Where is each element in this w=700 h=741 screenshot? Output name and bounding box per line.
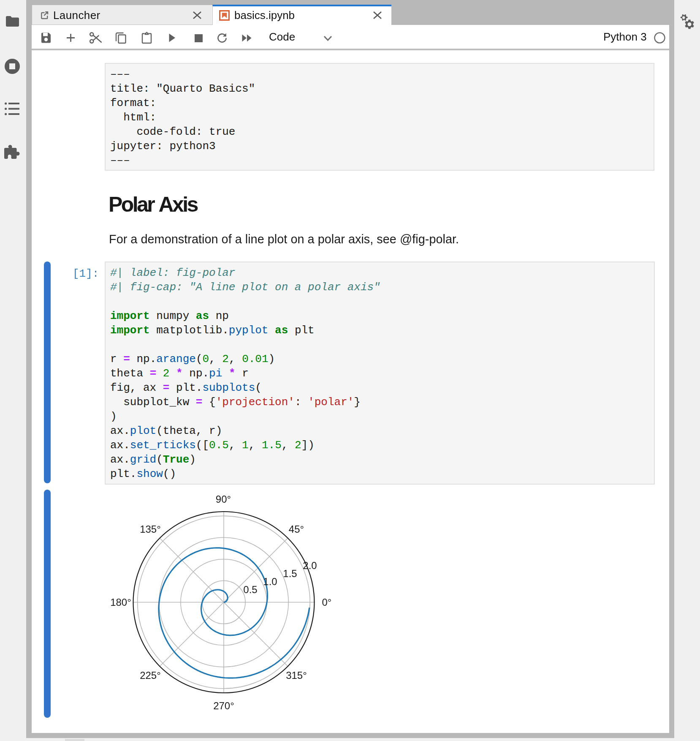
svg-text:0.5: 0.5	[243, 584, 257, 595]
svg-text:45°: 45°	[289, 523, 304, 535]
svg-text:270°: 270°	[213, 700, 234, 711]
svg-text:0°: 0°	[322, 597, 332, 608]
svg-text:90°: 90°	[216, 493, 231, 505]
svg-text:2.0: 2.0	[303, 560, 317, 571]
svg-text:315°: 315°	[286, 670, 307, 681]
svg-text:1.5: 1.5	[283, 568, 297, 579]
svg-text:1.0: 1.0	[263, 576, 277, 587]
svg-text:225°: 225°	[140, 670, 161, 681]
svg-text:135°: 135°	[140, 523, 161, 535]
svg-text:180°: 180°	[110, 597, 131, 608]
